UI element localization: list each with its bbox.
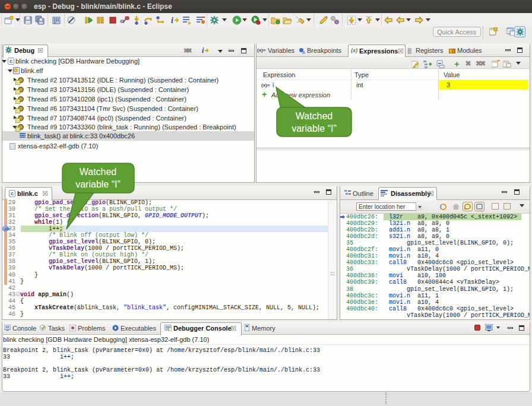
svg-text:i: i xyxy=(171,16,173,25)
svg-text:i: i xyxy=(202,47,204,54)
